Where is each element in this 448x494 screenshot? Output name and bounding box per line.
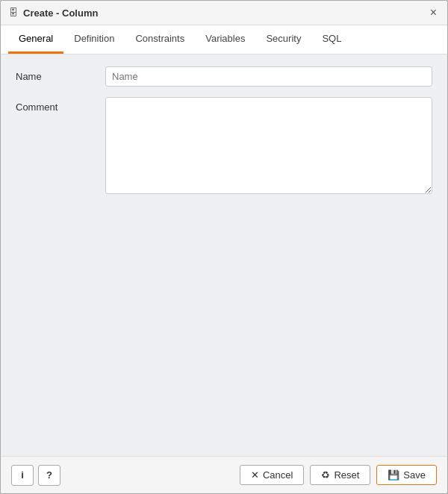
dialog: 🗄 Create - Column × General Definition C…: [0, 0, 448, 494]
tab-content: Name Comment: [1, 54, 447, 456]
save-label: Save: [403, 469, 426, 481]
reset-button[interactable]: ♻ Reset: [310, 465, 370, 485]
info-button[interactable]: i: [11, 465, 34, 486]
comment-label: Comment: [16, 97, 105, 113]
cancel-icon: ✕: [251, 469, 259, 481]
help-icon: ?: [46, 469, 52, 481]
tab-definition[interactable]: Definition: [63, 25, 125, 54]
comment-field-container: [105, 97, 432, 196]
name-row: Name: [16, 66, 432, 87]
footer-left: i ?: [11, 465, 60, 486]
info-icon: i: [21, 469, 24, 481]
tab-bar: General Definition Constraints Variables…: [1, 25, 447, 54]
name-field-container: [105, 66, 432, 87]
save-icon: 💾: [388, 469, 399, 481]
help-button[interactable]: ?: [38, 465, 60, 486]
footer-right: ✕ Cancel ♻ Reset 💾 Save: [240, 465, 437, 485]
comment-textarea[interactable]: [105, 97, 432, 194]
reset-label: Reset: [334, 469, 359, 481]
name-input[interactable]: [105, 66, 432, 87]
name-label: Name: [16, 66, 105, 82]
cancel-label: Cancel: [263, 469, 293, 481]
footer: i ? ✕ Cancel ♻ Reset 💾 Save: [1, 456, 447, 493]
title-bar-left: 🗄 Create - Column: [8, 7, 98, 19]
reset-icon: ♻: [321, 469, 330, 481]
comment-row: Comment: [16, 97, 432, 196]
tab-constraints[interactable]: Constraints: [125, 25, 195, 54]
tab-security[interactable]: Security: [255, 25, 311, 54]
title-bar: 🗄 Create - Column ×: [1, 1, 447, 25]
close-button[interactable]: ×: [427, 5, 440, 20]
save-button[interactable]: 💾 Save: [376, 465, 437, 485]
cancel-button[interactable]: ✕ Cancel: [240, 465, 304, 485]
tab-variables[interactable]: Variables: [195, 25, 255, 54]
dialog-title: Create - Column: [23, 7, 98, 19]
dialog-icon: 🗄: [8, 7, 19, 18]
tab-sql[interactable]: SQL: [311, 25, 352, 54]
tab-general[interactable]: General: [8, 25, 63, 54]
